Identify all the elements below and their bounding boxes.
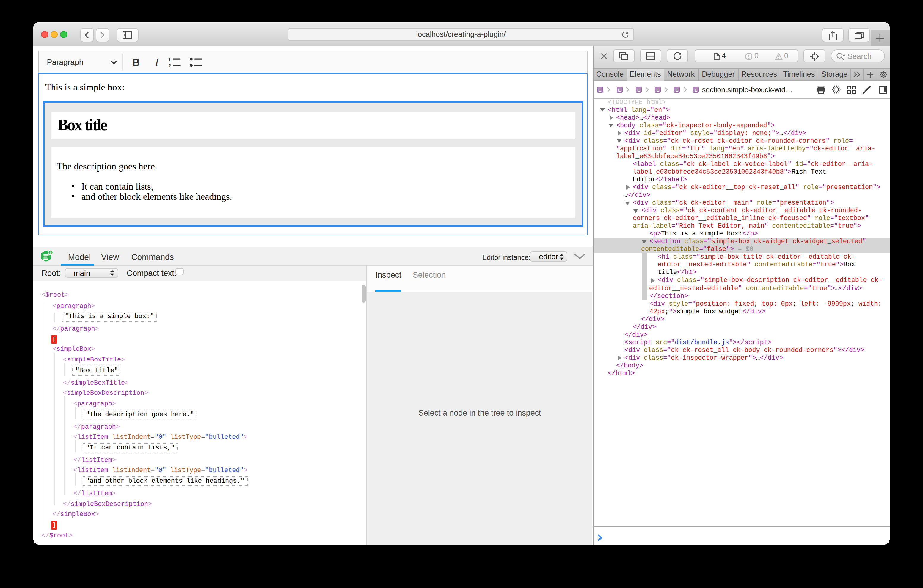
svg-text:5: 5 (50, 251, 52, 255)
svg-text:2: 2 (168, 63, 171, 68)
svg-text:1: 1 (168, 57, 171, 62)
